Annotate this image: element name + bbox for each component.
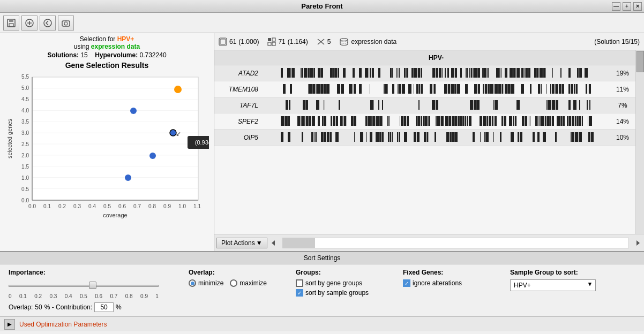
table-row[interactable]: OIP5 10%	[214, 130, 644, 146]
horizontal-scroll-area[interactable]	[282, 238, 629, 248]
maximize-radio-circle[interactable]	[230, 279, 237, 287]
svg-rect-298	[467, 116, 468, 126]
svg-rect-203	[552, 84, 554, 94]
data-point-orange[interactable]	[174, 86, 182, 93]
svg-rect-290	[445, 116, 448, 126]
svg-rect-227	[418, 100, 420, 110]
sample-groups-label: sort by sample groups	[305, 289, 369, 297]
svg-rect-318	[535, 116, 537, 126]
slider-labels: 00.10.20.30.40.50.60.70.80.91	[9, 293, 159, 299]
data-point-2[interactable]	[149, 153, 156, 159]
svg-rect-345	[316, 132, 317, 142]
svg-rect-215	[286, 100, 288, 110]
svg-rect-323	[545, 116, 546, 126]
svg-rect-117	[487, 68, 488, 78]
svg-rect-213	[588, 84, 588, 94]
svg-rect-75	[330, 68, 333, 78]
svg-rect-58	[272, 42, 275, 45]
svg-rect-337	[588, 116, 588, 126]
maximize-radio[interactable]: maximize	[230, 279, 267, 287]
svg-rect-346	[321, 132, 324, 142]
svg-rect-112	[473, 68, 474, 78]
expand-button[interactable]: ▶	[4, 319, 15, 330]
svg-rect-218	[305, 100, 308, 110]
ignore-alterations-checkbox[interactable]	[403, 279, 410, 287]
ignore-alterations-checkbox-row[interactable]: ignore alterations	[403, 279, 501, 287]
table-row[interactable]: SPEF2 14%	[214, 113, 644, 130]
plot-actions-bar: Plot Actions ▼	[214, 234, 644, 251]
data-point-1[interactable]	[130, 108, 137, 114]
slider-thumb[interactable]	[89, 282, 96, 289]
left-arrow-icon[interactable]	[269, 239, 278, 247]
svg-rect-168	[402, 84, 405, 94]
importance-slider[interactable]	[9, 279, 159, 292]
svg-rect-217	[303, 100, 305, 110]
svg-rect-175	[433, 84, 433, 94]
svg-rect-163	[385, 84, 387, 94]
close-btn[interactable]: ✕	[633, 2, 642, 11]
svg-rect-392	[591, 132, 594, 142]
add-button[interactable]	[21, 16, 38, 31]
sample-group-select[interactable]: HPV+ HPV- All	[510, 279, 596, 291]
svg-rect-376	[484, 132, 485, 142]
svg-rect-55	[268, 38, 271, 41]
restore-btn[interactable]: +	[623, 2, 631, 11]
svg-rect-228	[432, 100, 435, 110]
svg-rect-286	[429, 116, 430, 126]
gene-groups-checkbox[interactable]	[296, 279, 303, 287]
camera-button[interactable]	[58, 16, 74, 31]
svg-rect-93	[406, 68, 407, 78]
svg-rect-330	[567, 116, 568, 126]
overlap-value: 50	[35, 303, 42, 311]
svg-rect-261	[340, 116, 342, 126]
sample-groups-checkbox[interactable]	[296, 289, 303, 297]
horizontal-scroll-thumb[interactable]	[283, 238, 315, 248]
svg-rect-180	[454, 84, 456, 94]
svg-rect-122	[505, 68, 507, 78]
svg-rect-235	[516, 100, 520, 110]
minimize-radio-circle[interactable]	[189, 279, 196, 287]
svg-rect-187	[488, 84, 490, 94]
table-row[interactable]: TMEM108 11%	[214, 81, 644, 97]
table-row[interactable]: ATAD2 19%	[214, 65, 644, 81]
chart-area[interactable]: 0.0 0.5 1.0 1.5 2.0 2.5 3.0 3.5 4.0 4.5 …	[5, 72, 209, 222]
save-button[interactable]	[3, 16, 19, 31]
minimize-btn[interactable]: —	[612, 2, 620, 11]
svg-rect-80	[353, 68, 355, 78]
vertical-scrollbar[interactable]	[635, 50, 644, 234]
scrollbar-thumb[interactable]	[636, 51, 644, 72]
svg-rect-87	[390, 68, 392, 78]
sample-group-select-wrapper: HPV+ HPV- All ▼	[510, 279, 596, 291]
gene-barcode	[263, 115, 610, 128]
gene-pct: 7%	[610, 102, 635, 109]
table-row[interactable]: TAF7L 7%	[214, 97, 644, 113]
back-button[interactable]	[40, 16, 56, 31]
svg-rect-310	[513, 116, 514, 126]
plot-actions-label: Plot Actions	[221, 239, 255, 247]
svg-rect-236	[546, 100, 548, 110]
svg-rect-254	[312, 116, 315, 126]
svg-rect-352	[360, 132, 363, 142]
svg-rect-264	[347, 116, 347, 126]
svg-rect-282	[421, 116, 422, 126]
svg-rect-68	[302, 68, 303, 78]
svg-rect-195	[507, 84, 511, 94]
data-point-3[interactable]	[125, 174, 131, 181]
contribution-input[interactable]	[94, 302, 114, 312]
svg-rect-373	[454, 132, 458, 142]
minimize-radio[interactable]: minimize	[189, 279, 223, 287]
plot-actions-button[interactable]: Plot Actions ▼	[216, 238, 267, 248]
svg-rect-232	[476, 100, 480, 110]
svg-rect-216	[289, 100, 290, 110]
svg-text:3.5: 3.5	[21, 119, 29, 125]
svg-rect-125	[515, 68, 516, 78]
svg-rect-283	[423, 116, 424, 126]
svg-rect-359	[390, 132, 391, 142]
right-arrow-icon[interactable]	[633, 239, 642, 247]
sample-groups-checkbox-row[interactable]: sort by sample groups	[296, 289, 394, 297]
maximize-label: maximize	[239, 279, 267, 287]
scatter-plot[interactable]: 0.0 0.5 1.0 1.5 2.0 2.5 3.0 3.5 4.0 4.5 …	[5, 72, 209, 222]
svg-rect-138	[552, 68, 553, 78]
svg-rect-157	[349, 84, 352, 94]
gene-groups-checkbox-row[interactable]: sort by gene groups	[296, 279, 394, 287]
